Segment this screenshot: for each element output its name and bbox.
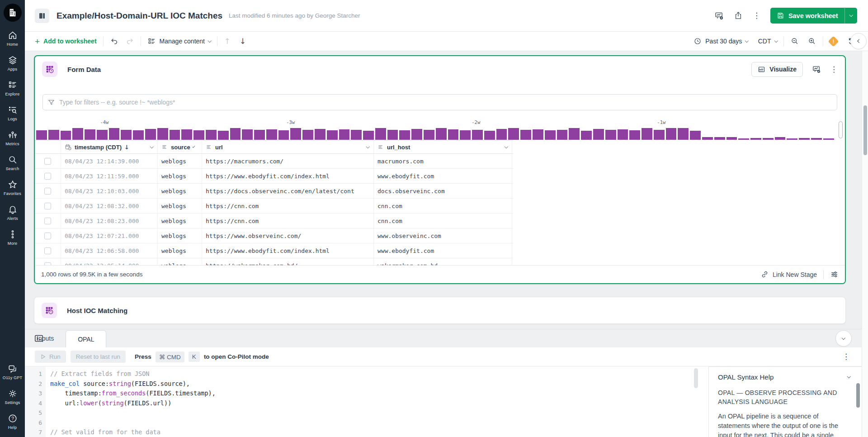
histogram-bar[interactable] [411,129,422,140]
table-row[interactable]: 08/04/23 12:14:39.000weblogshttps://macr… [35,154,513,169]
column-menu-chevron-icon[interactable] [504,145,508,148]
row-checkbox[interactable] [44,188,51,195]
histogram-bar[interactable] [266,129,277,140]
histogram-bar[interactable] [218,131,229,140]
zoom-out-icon[interactable] [790,37,799,46]
sidebar-item-apps[interactable]: Apps [0,51,25,76]
histogram-bar[interactable] [181,129,192,140]
row-checkbox[interactable] [44,218,51,224]
histogram-bar[interactable] [484,131,495,140]
column-menu-chevron-icon[interactable] [366,145,369,148]
sidebar-item-explore[interactable]: Explore [0,76,25,101]
histogram-bar[interactable] [375,128,386,140]
histogram-bar[interactable] [750,138,761,140]
collapse-right-rail-button[interactable] [850,33,867,49]
histogram-bar[interactable] [545,130,556,140]
histogram-bar[interactable] [581,131,592,140]
sidebar-item-settings[interactable]: Settings [0,385,25,409]
sort-desc-icon[interactable]: ↓ [124,144,129,151]
column-menu-chevron-icon[interactable] [150,145,153,148]
histogram-bar[interactable] [85,129,95,140]
row-checkbox[interactable] [44,158,51,165]
histogram-bar[interactable] [642,128,652,140]
table-row[interactable]: 08/04/23 12:08:23.000weblogshttps://cnn.… [35,214,513,228]
histogram-bar[interactable] [508,128,519,140]
sidebar-item-search[interactable]: Search [0,151,25,176]
sidebar-item-home[interactable]: Home [0,26,25,51]
histogram-bar[interactable] [97,130,108,140]
org-logo[interactable] [4,4,22,22]
histogram-bar[interactable] [72,128,83,140]
histogram-bar[interactable] [726,137,737,140]
histogram-bar[interactable] [557,130,568,140]
sidebar-item-logs[interactable]: Logs [0,101,25,126]
histogram-bar[interactable] [690,131,701,140]
link-new-stage-button[interactable]: Link New Stage [761,271,817,278]
column-header-timestamp-cdt-[interactable]: timestamp (CDT)↓ [61,141,158,153]
collapse-dock-button[interactable] [835,330,852,347]
column-header-url[interactable]: url [202,141,374,153]
time-range-picker[interactable]: Past 30 days [693,37,748,45]
add-to-worksheet-button[interactable]: + Add to worksheet [35,37,97,46]
histogram-bar[interactable] [206,130,217,140]
save-worksheet-button[interactable]: Save worksheet [770,8,857,24]
reset-to-last-run-button[interactable]: Reset to last run [71,351,126,363]
header-kebab-menu-icon[interactable]: ⋮ [753,12,760,19]
histogram-bar[interactable] [460,130,471,140]
histogram-bar[interactable] [315,129,326,140]
help-collapse-chevron-icon[interactable] [847,375,850,378]
histogram-bar[interactable] [351,130,362,140]
histogram-bar[interactable] [666,128,677,140]
histogram-bar[interactable] [738,138,749,140]
histogram-bar[interactable] [654,130,665,140]
histogram-bar[interactable] [339,129,350,140]
histogram-bar[interactable] [121,130,132,140]
editor-kebab-menu-icon[interactable]: ⋮ [842,353,862,361]
move-down-icon[interactable]: ↓ [240,37,246,46]
page-scrollbar[interactable] [862,51,868,437]
histogram-bar[interactable] [472,130,483,140]
sidebar-item-favorites[interactable]: Favorites [0,176,25,200]
redo-icon[interactable] [125,37,134,46]
undo-icon[interactable] [110,37,119,46]
share-icon[interactable] [734,11,743,20]
histogram-bar[interactable] [424,130,434,140]
sidebar-item-help[interactable]: ? Help [0,409,25,434]
histogram-bar[interactable] [593,129,604,140]
table-row[interactable]: 08/04/23 12:11:59.000weblogshttps://www.… [35,169,513,184]
histogram-bar[interactable] [61,131,71,140]
histogram-bar[interactable] [448,129,459,140]
histogram-bar[interactable] [678,128,689,140]
column-header-url-host[interactable]: url_host [374,141,512,153]
histogram-bar[interactable] [278,130,289,140]
opal-code-editor[interactable]: 1234567 // Extract fields from JSONmake_… [25,366,862,437]
visualize-button[interactable]: Visualize [751,62,803,77]
histogram-bar[interactable] [133,130,144,140]
histogram-bar[interactable] [242,129,253,140]
zoom-in-icon[interactable] [807,37,816,46]
histogram-bar[interactable] [787,138,797,140]
table-row[interactable]: 08/04/23 12:06:58.000weblogshttps://www.… [35,243,513,258]
table-row[interactable]: 08/04/23 12:08:32.000weblogshttps://cnn.… [35,199,513,214]
stage-kebab-menu-icon[interactable]: ⋮ [830,66,838,73]
histogram-bar[interactable] [702,137,713,140]
help-scrollbar[interactable] [856,383,860,408]
column-header-source[interactable]: source [158,141,202,153]
table-row[interactable]: 08/04/23 12:07:21.000weblogshttps://www.… [35,228,513,243]
table-row[interactable]: 08/04/23 12:10:03.000weblogshttps://docs… [35,184,513,199]
run-button[interactable]: Run [35,351,66,363]
chart-add-icon[interactable] [714,11,724,20]
histogram-bar[interactable] [193,130,204,140]
stage-settings-sliders-icon[interactable] [830,270,839,279]
histogram-bar[interactable] [48,130,59,140]
histogram-bar[interactable] [290,128,301,140]
histogram-bar[interactable] [170,130,180,140]
row-checkbox[interactable] [44,203,51,209]
histogram-bar[interactable] [533,129,543,140]
histogram-bar[interactable] [36,130,47,140]
histogram-bar[interactable] [109,128,120,140]
histogram-scrollbar[interactable] [839,121,843,138]
histogram-bar[interactable] [714,137,725,140]
histogram-bar[interactable] [230,128,241,140]
event-histogram[interactable] [36,128,834,140]
